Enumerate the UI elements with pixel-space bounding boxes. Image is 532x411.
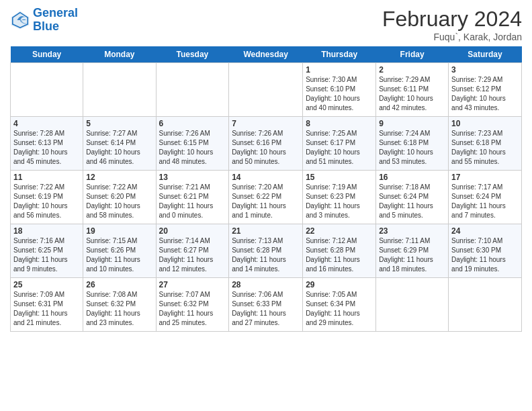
day-number: 19 (86, 226, 152, 236)
day-number: 2 (379, 65, 445, 75)
location: Fuqu`, Karak, Jordan (382, 32, 522, 42)
table-row: 5Sunrise: 7:27 AMSunset: 6:14 PMDaylight… (83, 117, 156, 171)
table-row: 14Sunrise: 7:20 AMSunset: 6:22 PMDayligh… (229, 171, 303, 224)
day-number: 16 (379, 173, 445, 182)
day-info: Sunrise: 7:10 AMSunset: 6:30 PMDaylight:… (451, 236, 519, 274)
table-row: 7Sunrise: 7:26 AMSunset: 6:16 PMDaylight… (229, 117, 303, 171)
day-info: Sunrise: 7:26 AMSunset: 6:15 PMDaylight:… (159, 129, 226, 167)
table-row: 9Sunrise: 7:24 AMSunset: 6:18 PMDaylight… (376, 117, 449, 171)
table-row: 29Sunrise: 7:05 AMSunset: 6:34 PMDayligh… (303, 278, 376, 332)
day-info: Sunrise: 7:17 AMSunset: 6:24 PMDaylight:… (451, 183, 519, 220)
table-row: 1Sunrise: 7:30 AMSunset: 6:10 PMDaylight… (303, 63, 376, 117)
month-title: February 2024 (382, 7, 522, 32)
day-number: 25 (13, 280, 80, 289)
day-info: Sunrise: 7:09 AMSunset: 6:31 PMDaylight:… (13, 290, 80, 328)
table-row (449, 278, 522, 332)
day-info: Sunrise: 7:18 AMSunset: 6:24 PMDaylight:… (379, 183, 445, 220)
table-row: 4Sunrise: 7:28 AMSunset: 6:13 PMDaylight… (11, 117, 83, 171)
calendar-week-row: 25Sunrise: 7:09 AMSunset: 6:31 PMDayligh… (11, 278, 522, 332)
table-row: 16Sunrise: 7:18 AMSunset: 6:24 PMDayligh… (376, 171, 449, 224)
day-number: 24 (451, 226, 519, 236)
table-row: 20Sunrise: 7:14 AMSunset: 6:27 PMDayligh… (156, 224, 229, 278)
table-row: 27Sunrise: 7:07 AMSunset: 6:32 PMDayligh… (156, 278, 229, 332)
day-number: 20 (159, 226, 226, 236)
day-number: 6 (159, 119, 226, 128)
day-number: 27 (159, 280, 226, 289)
day-info: Sunrise: 7:30 AMSunset: 6:10 PMDaylight:… (306, 75, 373, 113)
day-info: Sunrise: 7:28 AMSunset: 6:13 PMDaylight:… (13, 129, 80, 167)
day-number: 26 (86, 280, 152, 289)
table-row: 24Sunrise: 7:10 AMSunset: 6:30 PMDayligh… (449, 224, 522, 278)
day-info: Sunrise: 7:25 AMSunset: 6:17 PMDaylight:… (306, 129, 373, 167)
table-row: 17Sunrise: 7:17 AMSunset: 6:24 PMDayligh… (449, 171, 522, 224)
day-number: 11 (13, 173, 80, 182)
day-number: 17 (451, 173, 519, 182)
col-thursday: Thursday (303, 46, 376, 63)
col-wednesday: Wednesday (229, 46, 303, 63)
col-monday: Monday (83, 46, 156, 63)
logo-line1: General (33, 6, 78, 19)
table-row: 26Sunrise: 7:08 AMSunset: 6:32 PMDayligh… (83, 278, 156, 332)
day-number: 14 (232, 173, 300, 182)
day-info: Sunrise: 7:23 AMSunset: 6:18 PMDaylight:… (451, 129, 519, 167)
day-info: Sunrise: 7:20 AMSunset: 6:22 PMDaylight:… (232, 183, 300, 220)
logo-line2: Blue (33, 19, 59, 33)
day-info: Sunrise: 7:26 AMSunset: 6:16 PMDaylight:… (232, 129, 300, 167)
table-row (229, 63, 303, 117)
table-row (376, 278, 449, 332)
day-number: 3 (451, 65, 519, 75)
day-number: 1 (306, 65, 373, 75)
day-number: 13 (159, 173, 226, 182)
day-number: 28 (232, 280, 300, 289)
title-block: February 2024 Fuqu`, Karak, Jordan (382, 7, 522, 42)
table-row: 21Sunrise: 7:13 AMSunset: 6:28 PMDayligh… (229, 224, 303, 278)
day-info: Sunrise: 7:21 AMSunset: 6:21 PMDaylight:… (159, 183, 226, 220)
table-row: 10Sunrise: 7:23 AMSunset: 6:18 PMDayligh… (449, 117, 522, 171)
day-number: 23 (379, 226, 445, 236)
col-sunday: Sunday (11, 46, 83, 63)
col-saturday: Saturday (449, 46, 522, 63)
table-row: 19Sunrise: 7:15 AMSunset: 6:26 PMDayligh… (83, 224, 156, 278)
calendar-week-row: 18Sunrise: 7:16 AMSunset: 6:25 PMDayligh… (11, 224, 522, 278)
table-row: 23Sunrise: 7:11 AMSunset: 6:29 PMDayligh… (376, 224, 449, 278)
table-row: 8Sunrise: 7:25 AMSunset: 6:17 PMDaylight… (303, 117, 376, 171)
day-number: 8 (306, 119, 373, 128)
table-row: 25Sunrise: 7:09 AMSunset: 6:31 PMDayligh… (11, 278, 83, 332)
day-number: 15 (306, 173, 373, 182)
table-row: 18Sunrise: 7:16 AMSunset: 6:25 PMDayligh… (11, 224, 83, 278)
table-row: 3Sunrise: 7:29 AMSunset: 6:12 PMDaylight… (449, 63, 522, 117)
page: General Blue February 2024 Fuqu`, Karak,… (0, 0, 532, 411)
day-info: Sunrise: 7:13 AMSunset: 6:28 PMDaylight:… (232, 236, 300, 274)
table-row: 15Sunrise: 7:19 AMSunset: 6:23 PMDayligh… (303, 171, 376, 224)
day-info: Sunrise: 7:14 AMSunset: 6:27 PMDaylight:… (159, 236, 226, 274)
day-number: 22 (306, 226, 373, 236)
calendar-table: Sunday Monday Tuesday Wednesday Thursday… (10, 46, 522, 332)
day-number: 9 (379, 119, 445, 128)
day-info: Sunrise: 7:08 AMSunset: 6:32 PMDaylight:… (86, 290, 152, 328)
col-friday: Friday (376, 46, 449, 63)
day-info: Sunrise: 7:29 AMSunset: 6:11 PMDaylight:… (379, 75, 445, 113)
table-row: 2Sunrise: 7:29 AMSunset: 6:11 PMDaylight… (376, 63, 449, 117)
day-number: 4 (13, 119, 80, 128)
day-info: Sunrise: 7:29 AMSunset: 6:12 PMDaylight:… (451, 75, 519, 113)
day-info: Sunrise: 7:05 AMSunset: 6:34 PMDaylight:… (306, 290, 373, 328)
day-info: Sunrise: 7:24 AMSunset: 6:18 PMDaylight:… (379, 129, 445, 167)
table-row: 6Sunrise: 7:26 AMSunset: 6:15 PMDaylight… (156, 117, 229, 171)
day-number: 10 (451, 119, 519, 128)
day-info: Sunrise: 7:12 AMSunset: 6:28 PMDaylight:… (306, 236, 373, 274)
day-info: Sunrise: 7:07 AMSunset: 6:32 PMDaylight:… (159, 290, 226, 328)
calendar-week-row: 11Sunrise: 7:22 AMSunset: 6:19 PMDayligh… (11, 171, 522, 224)
logo-text: General Blue (33, 7, 78, 34)
logo-icon (10, 10, 30, 30)
calendar-week-row: 1Sunrise: 7:30 AMSunset: 6:10 PMDaylight… (11, 63, 522, 117)
day-info: Sunrise: 7:15 AMSunset: 6:26 PMDaylight:… (86, 236, 152, 274)
day-info: Sunrise: 7:06 AMSunset: 6:33 PMDaylight:… (232, 290, 300, 328)
day-info: Sunrise: 7:19 AMSunset: 6:23 PMDaylight:… (306, 183, 373, 220)
day-number: 18 (13, 226, 80, 236)
day-number: 12 (86, 173, 152, 182)
day-info: Sunrise: 7:27 AMSunset: 6:14 PMDaylight:… (86, 129, 152, 167)
table-row (156, 63, 229, 117)
logo: General Blue (10, 7, 78, 34)
day-info: Sunrise: 7:22 AMSunset: 6:19 PMDaylight:… (13, 183, 80, 220)
day-info: Sunrise: 7:11 AMSunset: 6:29 PMDaylight:… (379, 236, 445, 274)
